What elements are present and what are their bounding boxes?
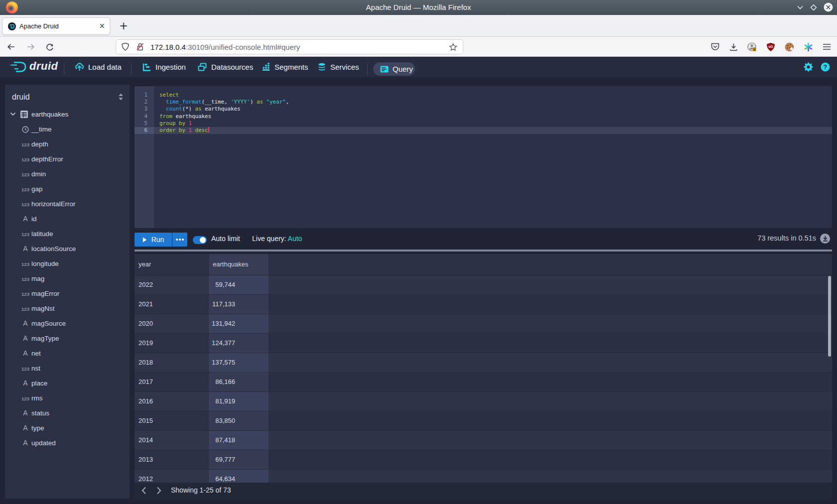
- nav-item-segments[interactable]: Segments: [262, 57, 308, 77]
- column-item-id[interactable]: Aid: [5, 211, 130, 226]
- run-more-button[interactable]: [172, 233, 187, 247]
- nav-item-load-data[interactable]: Load data: [75, 57, 122, 77]
- editor-line-3[interactable]: 3 count(*) as earthquakes: [135, 106, 832, 113]
- column-item-net[interactable]: Anet: [5, 346, 130, 361]
- window-maximize-icon[interactable]: [810, 4, 817, 11]
- column-item-nst[interactable]: 123nst: [5, 361, 130, 376]
- cell-earthquakes[interactable]: 117,133: [209, 295, 269, 314]
- url-text[interactable]: 172.18.0.4:30109/unified-console.html#qu…: [150, 43, 449, 51]
- insecure-lock-icon[interactable]: [136, 42, 144, 51]
- editor-line-4[interactable]: 4from earthquakes: [135, 113, 832, 120]
- cell-earthquakes[interactable]: 81,919: [209, 392, 269, 411]
- editor-line-2[interactable]: 2 time_format(__time, 'YYYY') as "year",: [135, 99, 832, 106]
- cell-earthquakes[interactable]: 59,744: [209, 275, 269, 294]
- tree-item-earthquakes[interactable]: earthquakes: [5, 107, 130, 122]
- extension-account-icon[interactable]: [747, 42, 757, 52]
- nav-item-query[interactable]: Query: [373, 62, 415, 76]
- cell-year[interactable]: 2020: [135, 314, 209, 333]
- cell-year[interactable]: 2014: [135, 431, 209, 450]
- cell-year[interactable]: 2012: [135, 470, 209, 483]
- column-item-place[interactable]: Aplace: [5, 376, 130, 390]
- cell-year[interactable]: 2017: [135, 373, 209, 391]
- column-item-mag[interactable]: 123mag: [5, 271, 130, 286]
- settings-gear-icon[interactable]: [804, 62, 813, 72]
- column-item-type[interactable]: Atype: [5, 420, 130, 435]
- reload-icon[interactable]: [46, 43, 54, 51]
- cell-year[interactable]: 2016: [135, 392, 209, 411]
- pocket-icon[interactable]: [710, 42, 720, 51]
- nav-item-datasources[interactable]: Datasources: [198, 57, 253, 77]
- url-bar[interactable]: 172.18.0.4:30109/unified-console.html#qu…: [116, 39, 463, 54]
- cell-year[interactable]: 2013: [135, 450, 209, 469]
- cookie-icon[interactable]: [785, 42, 794, 52]
- tracking-shield-icon[interactable]: [121, 42, 130, 51]
- query-editor[interactable]: 1select2 time_format(__time, 'YYYY') as …: [135, 86, 832, 228]
- editor-line-6[interactable]: 6order by 1 desc: [135, 127, 832, 134]
- bookmark-star-icon[interactable]: [449, 43, 457, 51]
- menu-icon[interactable]: [823, 43, 831, 50]
- back-icon[interactable]: [7, 43, 15, 51]
- live-query-value[interactable]: Auto: [288, 235, 302, 243]
- editor-line-1[interactable]: 1select: [135, 92, 832, 99]
- sidebar-header: druid: [5, 85, 130, 105]
- column-item-depth[interactable]: 123depth: [5, 136, 130, 151]
- help-icon[interactable]: ?: [821, 62, 830, 72]
- previous-page-icon[interactable]: [141, 487, 146, 495]
- column-item-magSource[interactable]: AmagSource: [5, 316, 130, 331]
- line-code: count(*) as earthquakes: [159, 106, 241, 113]
- tab-apache-druid[interactable]: Apache Druid ×: [2, 17, 110, 35]
- vertical-scrollbar[interactable]: [828, 276, 831, 357]
- column-item-__time[interactable]: __time: [5, 122, 130, 136]
- cell-earthquakes[interactable]: 124,377: [209, 334, 269, 353]
- download-results-icon[interactable]: [820, 234, 830, 244]
- cell-year[interactable]: 2019: [135, 334, 209, 353]
- window-minimize-icon[interactable]: [797, 4, 804, 11]
- forward-icon[interactable]: [26, 43, 35, 51]
- sort-icon[interactable]: [118, 93, 124, 101]
- column-item-locationSource[interactable]: AlocationSource: [5, 241, 130, 256]
- new-tab-button[interactable]: +: [116, 19, 131, 34]
- downloads-icon[interactable]: [729, 43, 738, 51]
- cell-year[interactable]: 2021: [135, 295, 209, 314]
- cell-earthquakes[interactable]: 64,634: [209, 470, 269, 483]
- column-item-latitude[interactable]: 123latitude: [5, 226, 130, 241]
- ublock-icon[interactable]: uO: [766, 42, 775, 52]
- tab-close-icon[interactable]: ×: [99, 22, 105, 30]
- column-item-magType[interactable]: AmagType: [5, 331, 130, 346]
- column-header-year[interactable]: year: [135, 254, 209, 275]
- ingestion-icon: [142, 63, 151, 71]
- editor-line-5[interactable]: 5group by 1: [135, 120, 832, 127]
- cell-year[interactable]: 2015: [135, 411, 209, 430]
- column-item-longitude[interactable]: 123longitude: [5, 256, 130, 271]
- cell-earthquakes[interactable]: 131,942: [209, 314, 269, 333]
- cell-earthquakes[interactable]: 83,850: [209, 411, 269, 430]
- column-item-dmin[interactable]: 123dmin: [5, 166, 130, 181]
- run-button[interactable]: Run: [135, 233, 172, 247]
- column-item-updated[interactable]: Aupdated: [5, 435, 130, 450]
- extension-asterisk-icon[interactable]: [804, 42, 813, 52]
- column-item-magError[interactable]: 123magError: [5, 286, 130, 301]
- cell-earthquakes[interactable]: 137,575: [209, 353, 269, 372]
- column-item-depthError[interactable]: 123depthError: [5, 151, 130, 166]
- column-item-horizontalError[interactable]: 123horizontalError: [5, 196, 130, 211]
- column-item-magNst[interactable]: 123magNst: [5, 301, 130, 316]
- cell-earthquakes[interactable]: 87,418: [209, 431, 269, 450]
- string-type-icon: A: [20, 378, 31, 387]
- nav-item-services[interactable]: Services: [318, 57, 359, 77]
- column-item-label: gap: [31, 185, 43, 193]
- column-item-status[interactable]: Astatus: [5, 405, 130, 420]
- column-item-rms[interactable]: 123rms: [5, 390, 130, 405]
- auto-limit-toggle[interactable]: [193, 236, 207, 244]
- line-number: 1: [135, 92, 147, 99]
- column-header-earthquakes[interactable]: earthquakes: [209, 254, 269, 275]
- column-item-gap[interactable]: 123gap: [5, 181, 130, 196]
- splitter-divider[interactable]: [135, 250, 832, 252]
- window-close-icon[interactable]: [824, 2, 833, 12]
- cell-year[interactable]: 2022: [135, 275, 209, 294]
- schema-tree: earthquakes __time123depth123depthError1…: [5, 107, 130, 450]
- cell-year[interactable]: 2018: [135, 353, 209, 372]
- cell-earthquakes[interactable]: 69,777: [209, 450, 269, 469]
- nav-item-ingestion[interactable]: Ingestion: [142, 57, 186, 77]
- next-page-icon[interactable]: [156, 487, 161, 495]
- cell-earthquakes[interactable]: 86,166: [209, 373, 269, 391]
